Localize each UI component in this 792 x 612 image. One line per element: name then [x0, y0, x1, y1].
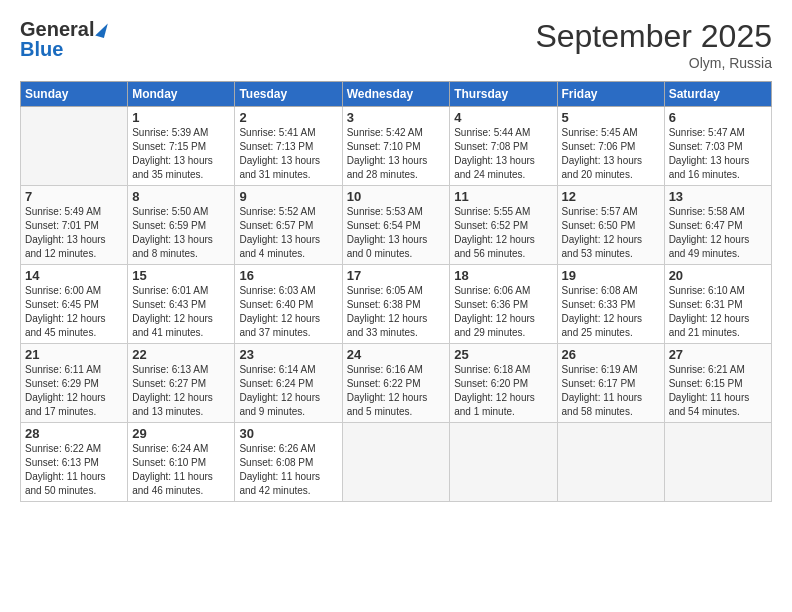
- day-number: 4: [454, 110, 552, 125]
- table-row: 27Sunrise: 6:21 AM Sunset: 6:15 PM Dayli…: [664, 344, 771, 423]
- table-row: 25Sunrise: 6:18 AM Sunset: 6:20 PM Dayli…: [450, 344, 557, 423]
- col-friday: Friday: [557, 82, 664, 107]
- location: Olym, Russia: [535, 55, 772, 71]
- day-number: 21: [25, 347, 123, 362]
- month-title: September 2025: [535, 18, 772, 55]
- table-row: 21Sunrise: 6:11 AM Sunset: 6:29 PM Dayli…: [21, 344, 128, 423]
- day-info: Sunrise: 6:24 AM Sunset: 6:10 PM Dayligh…: [132, 442, 230, 498]
- table-row: 3Sunrise: 5:42 AM Sunset: 7:10 PM Daylig…: [342, 107, 450, 186]
- table-row: 17Sunrise: 6:05 AM Sunset: 6:38 PM Dayli…: [342, 265, 450, 344]
- day-number: 9: [239, 189, 337, 204]
- table-row: 8Sunrise: 5:50 AM Sunset: 6:59 PM Daylig…: [128, 186, 235, 265]
- day-info: Sunrise: 6:18 AM Sunset: 6:20 PM Dayligh…: [454, 363, 552, 419]
- day-number: 15: [132, 268, 230, 283]
- logo-icon: [96, 21, 109, 38]
- calendar-week-row: 7Sunrise: 5:49 AM Sunset: 7:01 PM Daylig…: [21, 186, 772, 265]
- day-info: Sunrise: 6:10 AM Sunset: 6:31 PM Dayligh…: [669, 284, 767, 340]
- table-row: 11Sunrise: 5:55 AM Sunset: 6:52 PM Dayli…: [450, 186, 557, 265]
- day-number: 22: [132, 347, 230, 362]
- day-info: Sunrise: 5:52 AM Sunset: 6:57 PM Dayligh…: [239, 205, 337, 261]
- table-row: 18Sunrise: 6:06 AM Sunset: 6:36 PM Dayli…: [450, 265, 557, 344]
- day-info: Sunrise: 6:22 AM Sunset: 6:13 PM Dayligh…: [25, 442, 123, 498]
- day-info: Sunrise: 5:44 AM Sunset: 7:08 PM Dayligh…: [454, 126, 552, 182]
- page: General Blue September 2025 Olym, Russia…: [0, 0, 792, 612]
- table-row: 9Sunrise: 5:52 AM Sunset: 6:57 PM Daylig…: [235, 186, 342, 265]
- table-row: 26Sunrise: 6:19 AM Sunset: 6:17 PM Dayli…: [557, 344, 664, 423]
- day-number: 25: [454, 347, 552, 362]
- day-number: 30: [239, 426, 337, 441]
- day-number: 12: [562, 189, 660, 204]
- calendar-table: Sunday Monday Tuesday Wednesday Thursday…: [20, 81, 772, 502]
- day-number: 20: [669, 268, 767, 283]
- day-info: Sunrise: 6:06 AM Sunset: 6:36 PM Dayligh…: [454, 284, 552, 340]
- day-info: Sunrise: 6:13 AM Sunset: 6:27 PM Dayligh…: [132, 363, 230, 419]
- table-row: 20Sunrise: 6:10 AM Sunset: 6:31 PM Dayli…: [664, 265, 771, 344]
- day-info: Sunrise: 5:45 AM Sunset: 7:06 PM Dayligh…: [562, 126, 660, 182]
- day-info: Sunrise: 6:08 AM Sunset: 6:33 PM Dayligh…: [562, 284, 660, 340]
- table-row: 19Sunrise: 6:08 AM Sunset: 6:33 PM Dayli…: [557, 265, 664, 344]
- day-number: 6: [669, 110, 767, 125]
- day-info: Sunrise: 5:57 AM Sunset: 6:50 PM Dayligh…: [562, 205, 660, 261]
- table-row: 13Sunrise: 5:58 AM Sunset: 6:47 PM Dayli…: [664, 186, 771, 265]
- day-info: Sunrise: 5:53 AM Sunset: 6:54 PM Dayligh…: [347, 205, 446, 261]
- col-thursday: Thursday: [450, 82, 557, 107]
- day-info: Sunrise: 5:58 AM Sunset: 6:47 PM Dayligh…: [669, 205, 767, 261]
- day-number: 16: [239, 268, 337, 283]
- day-number: 14: [25, 268, 123, 283]
- table-row: 15Sunrise: 6:01 AM Sunset: 6:43 PM Dayli…: [128, 265, 235, 344]
- table-row: 30Sunrise: 6:26 AM Sunset: 6:08 PM Dayli…: [235, 423, 342, 502]
- calendar-week-row: 21Sunrise: 6:11 AM Sunset: 6:29 PM Dayli…: [21, 344, 772, 423]
- day-info: Sunrise: 5:49 AM Sunset: 7:01 PM Dayligh…: [25, 205, 123, 261]
- calendar-header-row: Sunday Monday Tuesday Wednesday Thursday…: [21, 82, 772, 107]
- table-row: 10Sunrise: 5:53 AM Sunset: 6:54 PM Dayli…: [342, 186, 450, 265]
- day-info: Sunrise: 5:47 AM Sunset: 7:03 PM Dayligh…: [669, 126, 767, 182]
- table-row: 2Sunrise: 5:41 AM Sunset: 7:13 PM Daylig…: [235, 107, 342, 186]
- day-number: 19: [562, 268, 660, 283]
- day-info: Sunrise: 6:00 AM Sunset: 6:45 PM Dayligh…: [25, 284, 123, 340]
- table-row: 14Sunrise: 6:00 AM Sunset: 6:45 PM Dayli…: [21, 265, 128, 344]
- day-number: 11: [454, 189, 552, 204]
- col-saturday: Saturday: [664, 82, 771, 107]
- table-row: [557, 423, 664, 502]
- col-tuesday: Tuesday: [235, 82, 342, 107]
- day-number: 1: [132, 110, 230, 125]
- header: General Blue September 2025 Olym, Russia: [20, 18, 772, 71]
- table-row: 23Sunrise: 6:14 AM Sunset: 6:24 PM Dayli…: [235, 344, 342, 423]
- calendar-week-row: 28Sunrise: 6:22 AM Sunset: 6:13 PM Dayli…: [21, 423, 772, 502]
- day-info: Sunrise: 5:42 AM Sunset: 7:10 PM Dayligh…: [347, 126, 446, 182]
- table-row: 7Sunrise: 5:49 AM Sunset: 7:01 PM Daylig…: [21, 186, 128, 265]
- col-sunday: Sunday: [21, 82, 128, 107]
- day-number: 5: [562, 110, 660, 125]
- day-info: Sunrise: 6:21 AM Sunset: 6:15 PM Dayligh…: [669, 363, 767, 419]
- day-info: Sunrise: 6:05 AM Sunset: 6:38 PM Dayligh…: [347, 284, 446, 340]
- day-info: Sunrise: 5:41 AM Sunset: 7:13 PM Dayligh…: [239, 126, 337, 182]
- calendar-week-row: 14Sunrise: 6:00 AM Sunset: 6:45 PM Dayli…: [21, 265, 772, 344]
- day-number: 7: [25, 189, 123, 204]
- table-row: 16Sunrise: 6:03 AM Sunset: 6:40 PM Dayli…: [235, 265, 342, 344]
- day-number: 10: [347, 189, 446, 204]
- day-info: Sunrise: 6:03 AM Sunset: 6:40 PM Dayligh…: [239, 284, 337, 340]
- day-info: Sunrise: 5:55 AM Sunset: 6:52 PM Dayligh…: [454, 205, 552, 261]
- day-info: Sunrise: 6:01 AM Sunset: 6:43 PM Dayligh…: [132, 284, 230, 340]
- day-info: Sunrise: 6:26 AM Sunset: 6:08 PM Dayligh…: [239, 442, 337, 498]
- logo-blue-part: Blue: [20, 38, 106, 60]
- day-number: 8: [132, 189, 230, 204]
- table-row: 28Sunrise: 6:22 AM Sunset: 6:13 PM Dayli…: [21, 423, 128, 502]
- day-number: 3: [347, 110, 446, 125]
- day-number: 29: [132, 426, 230, 441]
- table-row: 29Sunrise: 6:24 AM Sunset: 6:10 PM Dayli…: [128, 423, 235, 502]
- logo-general-part: General: [20, 18, 94, 40]
- table-row: 24Sunrise: 6:16 AM Sunset: 6:22 PM Dayli…: [342, 344, 450, 423]
- day-number: 18: [454, 268, 552, 283]
- table-row: 5Sunrise: 5:45 AM Sunset: 7:06 PM Daylig…: [557, 107, 664, 186]
- table-row: [342, 423, 450, 502]
- day-info: Sunrise: 6:19 AM Sunset: 6:17 PM Dayligh…: [562, 363, 660, 419]
- day-number: 24: [347, 347, 446, 362]
- table-row: [450, 423, 557, 502]
- table-row: [21, 107, 128, 186]
- table-row: 1Sunrise: 5:39 AM Sunset: 7:15 PM Daylig…: [128, 107, 235, 186]
- day-info: Sunrise: 6:16 AM Sunset: 6:22 PM Dayligh…: [347, 363, 446, 419]
- day-info: Sunrise: 6:11 AM Sunset: 6:29 PM Dayligh…: [25, 363, 123, 419]
- day-info: Sunrise: 5:39 AM Sunset: 7:15 PM Dayligh…: [132, 126, 230, 182]
- col-wednesday: Wednesday: [342, 82, 450, 107]
